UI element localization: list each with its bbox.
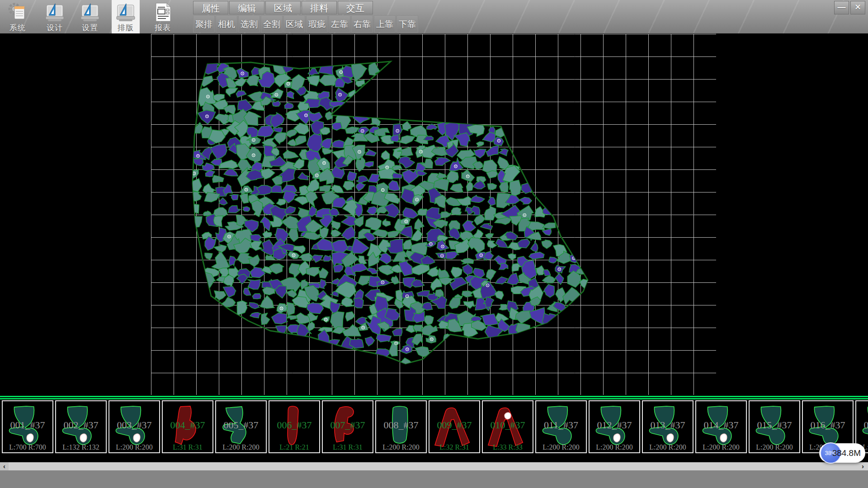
strip-separator (0, 396, 868, 399)
piece-thumbnail-013_#37[interactable]: 013_#37 L:200 R:200 (642, 400, 693, 453)
piece-thumbnail-001_#37[interactable]: 001_#37 L:700 R:700 (2, 400, 53, 453)
horizontal-scrollbar[interactable]: ‹ › (0, 462, 868, 470)
piece-thumbnail-005_#37[interactable]: 005_#37 L:200 R:200 (215, 400, 267, 453)
main-button-label: 排版 (112, 23, 140, 33)
toolbar: 系统 设计 设置 排版 报表 属 (0, 0, 868, 33)
piece-thumbnail-006_#37[interactable]: 006_#37 L:21 R:21 (269, 400, 320, 453)
memory-status-badge: 38% 384.8M (819, 443, 865, 463)
action-button-row: 聚排相机选割全割区域瑕疵左靠右靠上靠下靠 (193, 15, 419, 33)
main-button-1[interactable]: 系统 (4, 0, 32, 33)
app-window: 系统 设计 设置 排版 报表 属 (0, 0, 868, 488)
action-button-2[interactable]: 相机 (216, 15, 237, 33)
piece-shape (432, 402, 476, 451)
window-controls: — ✕ (834, 1, 865, 14)
action-button-6[interactable]: 瑕疵 (306, 15, 328, 33)
action-button-4[interactable]: 全割 (261, 15, 283, 33)
piece-thumbnail-004_#37[interactable]: 004_#37 L:31 R:31 (162, 400, 213, 453)
menu-tab-1[interactable]: 属性 (193, 1, 228, 14)
main-button-label: 设置 (76, 23, 104, 33)
main-button-2[interactable]: 设计 (41, 0, 69, 33)
main-button-label: 设计 (41, 23, 69, 33)
piece-thumbnail-008_#37[interactable]: 008_#37 L:200 R:200 (375, 400, 427, 453)
main-button-4[interactable]: 排版 (112, 0, 140, 33)
action-button-1[interactable]: 聚排 (193, 15, 215, 33)
system-icon (7, 2, 28, 23)
nesting-canvas-area[interactable] (151, 34, 716, 395)
action-button-3[interactable]: 选割 (238, 15, 260, 33)
memory-usage-label: 384.8M (832, 443, 861, 463)
action-button-7[interactable]: 左靠 (329, 15, 350, 33)
minimize-button[interactable]: — (834, 1, 849, 14)
piece-thumbnail-007_#37[interactable]: 007_#37 L:31 R:31 (322, 400, 373, 453)
action-button-10[interactable]: 下靠 (396, 15, 418, 33)
menu-tab-row: 属性编辑区域排料交互 (193, 1, 374, 14)
pieces-thumbnail-strip: 001_#37 L:700 R:700 002_#37 L:132 R:132 … (0, 400, 868, 454)
main-button-5[interactable]: 报表 (149, 0, 177, 33)
piece-shape (486, 402, 530, 451)
scroll-right-button[interactable]: › (859, 462, 867, 470)
piece-shape (379, 402, 423, 451)
ruler-icon (80, 2, 100, 23)
piece-thumbnail-014_#37[interactable]: 014_#37 L:200 R:200 (695, 400, 747, 453)
piece-shape (752, 402, 797, 451)
action-button-5[interactable]: 区域 (283, 15, 305, 33)
piece-thumbnail-010_#37[interactable]: 010_#37 L:33 R:33 (482, 400, 533, 453)
ruler-icon (115, 2, 136, 23)
piece-shape (326, 402, 370, 451)
piece-shape (112, 402, 156, 451)
piece-shape (699, 402, 743, 451)
ruler-icon (44, 2, 65, 23)
menu-tab-2[interactable]: 编辑 (229, 1, 264, 14)
menu-tab-4[interactable]: 排料 (302, 1, 337, 14)
piece-thumbnail-015_#37[interactable]: 015_#37 L:200 R:200 (749, 400, 800, 453)
menu-tab-3[interactable]: 区域 (265, 1, 301, 14)
main-button-3[interactable]: 设置 (76, 0, 104, 33)
piece-shape (592, 402, 637, 451)
close-button[interactable]: ✕ (850, 1, 865, 14)
bottom-bar (0, 470, 868, 488)
piece-shape (646, 402, 690, 451)
piece-shape (5, 402, 50, 451)
menu-tab-5[interactable]: 交互 (338, 1, 373, 14)
action-button-9[interactable]: 上靠 (374, 15, 396, 33)
piece-thumbnail-012_#37[interactable]: 012_#37 L:200 R:200 (589, 400, 640, 453)
piece-shape (59, 402, 103, 451)
piece-shape (165, 402, 210, 451)
scroll-left-button[interactable]: ‹ (0, 462, 9, 470)
piece-shape (539, 402, 583, 451)
piece-thumbnail-011_#37[interactable]: 011_#37 L:200 R:200 (535, 400, 587, 453)
nesting-canvas[interactable] (151, 34, 716, 395)
piece-thumbnail-002_#37[interactable]: 002_#37 L:132 R:132 (55, 400, 107, 453)
report-icon (152, 2, 173, 23)
main-button-label: 报表 (149, 23, 177, 33)
piece-thumbnail-003_#37[interactable]: 003_#37 L:200 R:200 (108, 400, 160, 453)
piece-shape (272, 402, 316, 451)
action-button-8[interactable]: 右靠 (351, 15, 373, 33)
main-button-label: 系统 (4, 23, 32, 33)
piece-thumbnail-009_#37[interactable]: 009_#37 L:32 R:31 (429, 400, 480, 453)
piece-shape (219, 402, 263, 451)
